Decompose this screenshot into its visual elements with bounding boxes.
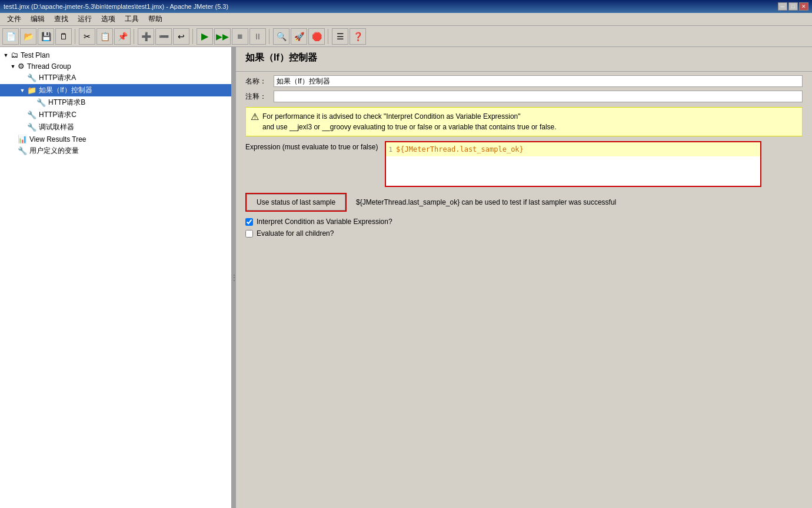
clear-button[interactable]: ↩ — [173, 28, 189, 45]
tree-item-label: Test Plan — [21, 51, 49, 59]
run-button[interactable]: ▶ — [197, 28, 213, 45]
browse-button[interactable]: 🔍 — [273, 28, 289, 45]
interpret-condition-label: Interpret Condition as Variable Expressi… — [257, 218, 392, 226]
paste-button[interactable]: 📌 — [114, 28, 131, 45]
expand-icon — [28, 99, 35, 106]
tree-item-label: 如果（If）控制器 — [39, 85, 92, 95]
use-status-btn-border: Use status of last sample — [245, 193, 347, 212]
start-no-pause-button[interactable]: ▶▶ — [214, 28, 231, 45]
tree-item-test-plan[interactable]: ▼ 🗂 Test Plan — [0, 49, 231, 61]
tree-item-label: HTTP请求B — [48, 98, 85, 108]
help-button[interactable]: ❓ — [350, 28, 366, 45]
expand-icon — [9, 136, 16, 143]
expand-icon — [19, 112, 26, 119]
tree-item-http-a[interactable]: 🔧 HTTP请求A — [0, 72, 231, 84]
http-a-icon: 🔧 — [27, 73, 36, 82]
expand-icon — [19, 124, 26, 131]
expression-code: ${JMeterThread.last_sample_ok} — [396, 145, 524, 153]
tree-item-view-results[interactable]: 📊 View Results Tree — [0, 133, 231, 145]
separator4 — [269, 29, 270, 44]
line-number: 1 — [388, 146, 392, 153]
tree-item-label: HTTP请求A — [39, 73, 76, 83]
use-status-row: Use status of last sample ${JMeterThread… — [245, 193, 803, 212]
hint-text: ${JMeterThread.last_sample_ok} can be us… — [356, 198, 616, 206]
titlebar-controls: ─ □ ✕ — [778, 2, 808, 11]
debug-icon: 🔧 — [27, 123, 36, 132]
tree-item-label: Thread Group — [27, 62, 71, 71]
separator3 — [192, 29, 194, 44]
interpret-condition-row: Interpret Condition as Variable Expressi… — [245, 218, 803, 226]
save-button[interactable]: 💾 — [38, 28, 54, 45]
tree-item-label: HTTP请求C — [39, 110, 76, 120]
name-input[interactable] — [274, 75, 803, 87]
cut-button[interactable]: ✂ — [79, 28, 95, 45]
tree-item-user-vars[interactable]: 🔧 用户定义的变量 — [0, 145, 231, 157]
menubar: 文件 编辑 查找 运行 选项 工具 帮助 — [0, 13, 812, 26]
remove-button[interactable]: ➖ — [155, 28, 172, 45]
expand-icon: ▼ — [9, 63, 16, 70]
toolbar: 📄 📂 💾 🗒 ✂ 📋 📌 ➕ ➖ ↩ ▶ ▶▶ ⏹ ⏸ 🔍 🚀 🛑 ☰ ❓ — [0, 26, 812, 47]
saveas-button[interactable]: 🗒 — [55, 28, 72, 45]
comment-input[interactable] — [274, 91, 803, 102]
expression-section: Expression (must evaluate to true or fal… — [245, 141, 803, 187]
tree-item-label: View Results Tree — [29, 135, 86, 143]
remote-stop-button[interactable]: 🛑 — [308, 28, 325, 45]
menu-run[interactable]: 运行 — [73, 13, 96, 25]
maximize-button[interactable]: □ — [788, 2, 798, 11]
right-content-panel: 如果（If）控制器 名称： 注释： ⚠ For performance it i… — [236, 47, 812, 508]
add-button[interactable]: ➕ — [138, 28, 154, 45]
expression-editor-empty — [386, 156, 760, 186]
new-button[interactable]: 📄 — [2, 28, 19, 45]
evaluate-children-row: Evaluate for all children? — [245, 229, 803, 238]
expression-editor: 1 ${JMeterThread.last_sample_ok} — [386, 142, 760, 156]
tree-item-http-b[interactable]: 🔧 HTTP请求B — [0, 96, 231, 109]
menu-file[interactable]: 文件 — [2, 13, 26, 25]
menu-tools[interactable]: 工具 — [120, 13, 144, 25]
minimize-button[interactable]: ─ — [778, 2, 787, 11]
warning-icon: ⚠ — [251, 111, 259, 122]
evaluate-children-checkbox[interactable] — [245, 230, 253, 238]
shutdown-button[interactable]: ⏸ — [249, 28, 266, 45]
name-label: 名称： — [245, 76, 269, 86]
separator1 — [75, 29, 76, 44]
tree-item-debug-sampler[interactable]: 🔧 调试取样器 — [0, 121, 231, 133]
menu-help[interactable]: 帮助 — [144, 13, 167, 25]
tree-item-label: 用户定义的变量 — [29, 146, 79, 156]
tree-item-http-c[interactable]: 🔧 HTTP请求C — [0, 109, 231, 121]
http-b-icon: 🔧 — [36, 98, 46, 107]
http-c-icon: 🔧 — [27, 111, 36, 119]
left-tree-panel: ▼ 🗂 Test Plan ▼ ⚙ Thread Group 🔧 HTTP请求A… — [0, 47, 232, 508]
menu-search[interactable]: 查找 — [49, 13, 73, 25]
titlebar: test1.jmx (D:\apache-jmeter-5.3\bin\temp… — [0, 0, 812, 13]
panel-header: 如果（If）控制器 — [236, 47, 812, 72]
panel-title: 如果（If）控制器 — [245, 52, 803, 64]
tree-item-if-controller[interactable]: ▼ 📁 如果（If）控制器 — [0, 84, 231, 96]
expression-editor-border: 1 ${JMeterThread.last_sample_ok} — [385, 141, 761, 187]
interpret-condition-checkbox[interactable] — [245, 218, 253, 226]
expression-label: Expression (must evaluate to true or fal… — [245, 141, 378, 153]
main-layout: ▼ 🗂 Test Plan ▼ ⚙ Thread Group 🔧 HTTP请求A… — [0, 47, 812, 508]
remote-start-button[interactable]: 🚀 — [291, 28, 307, 45]
test-plan-icon: 🗂 — [11, 51, 18, 59]
titlebar-title: test1.jmx (D:\apache-jmeter-5.3\bin\temp… — [4, 3, 228, 10]
tree-item-thread-group[interactable]: ▼ ⚙ Thread Group — [0, 61, 231, 72]
close-button[interactable]: ✕ — [799, 2, 808, 11]
menu-options[interactable]: 选项 — [96, 13, 120, 25]
stop-button[interactable]: ⏹ — [232, 28, 248, 45]
expand-icon — [9, 148, 16, 155]
comment-row: 注释： — [245, 91, 803, 102]
expand-icon: ▼ — [2, 52, 9, 59]
name-row: 名称： — [245, 75, 803, 87]
use-status-button[interactable]: Use status of last sample — [247, 194, 345, 210]
expand-icon: ▼ — [19, 87, 26, 94]
copy-button[interactable]: 📋 — [96, 28, 113, 45]
menu-edit[interactable]: 编辑 — [26, 13, 49, 25]
expand-icon — [19, 75, 26, 82]
open-button[interactable]: 📂 — [20, 28, 36, 45]
user-vars-icon: 🔧 — [18, 146, 27, 155]
list-button[interactable]: ☰ — [332, 28, 348, 45]
separator2 — [134, 29, 135, 44]
warning-text: For performance it is advised to check "… — [262, 111, 557, 132]
thread-group-icon: ⚙ — [18, 62, 25, 71]
tree-item-label: 调试取样器 — [39, 122, 74, 132]
